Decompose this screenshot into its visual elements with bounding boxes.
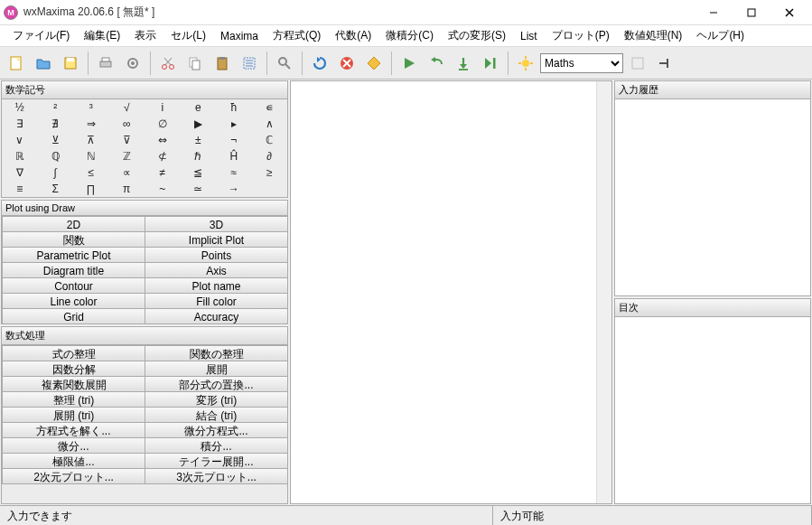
symbol-button[interactable]: ≠ — [145, 164, 181, 181]
menu-file[interactable]: ファイル(F) — [5, 25, 77, 46]
symbol-button[interactable]: ▸ — [216, 116, 252, 132]
symbol-button[interactable]: ⊻ — [38, 132, 74, 148]
paste-icon[interactable] — [210, 51, 235, 76]
menu-plot[interactable]: プロット(P) — [545, 25, 617, 46]
symbol-button[interactable]: ∞ — [109, 116, 145, 132]
panel-button[interactable]: Implicit Plot — [145, 231, 288, 248]
panel-button[interactable]: 積分... — [145, 437, 288, 454]
menu-edit[interactable]: 編集(E) — [77, 25, 127, 46]
menu-calculus[interactable]: 微積分(C) — [378, 25, 441, 46]
menu-numeric[interactable]: 数値処理(N) — [617, 25, 690, 46]
panel-button[interactable]: Points — [145, 247, 288, 263]
symbol-button[interactable]: ≥ — [252, 164, 288, 181]
symbol-button[interactable]: ≤ — [73, 164, 109, 181]
symbol-button[interactable]: ∧ — [252, 116, 288, 132]
symbol-button[interactable]: ³ — [73, 99, 109, 116]
symbol-button[interactable]: ⇒ — [73, 116, 109, 132]
symbol-button[interactable]: ≦ — [181, 164, 217, 181]
symbol-button[interactable]: ± — [181, 132, 217, 148]
symbol-button[interactable]: ⊽ — [109, 132, 145, 148]
panel-button[interactable]: 関数 — [2, 231, 145, 248]
symbol-button[interactable]: i — [145, 99, 181, 116]
symbol-button[interactable]: ℕ — [73, 148, 109, 164]
symbol-button[interactable]: ~ — [145, 181, 181, 197]
symbol-button[interactable]: ⊄ — [145, 148, 181, 164]
symbol-button[interactable]: ℚ — [38, 148, 74, 164]
history-body[interactable] — [615, 99, 810, 295]
menu-view[interactable]: 表示 — [127, 25, 163, 46]
panel-button[interactable]: Accuracy — [145, 308, 288, 324]
symbol-button[interactable]: ∫ — [38, 164, 74, 181]
menu-list[interactable]: List — [513, 27, 545, 45]
symbol-button[interactable]: ∂ — [252, 148, 288, 164]
run-icon[interactable] — [397, 51, 422, 76]
copy-icon[interactable] — [182, 51, 208, 76]
toggle-icon[interactable] — [652, 51, 677, 76]
panel-button[interactable]: 整理 (tri) — [2, 391, 145, 408]
symbol-button[interactable]: ∅ — [145, 116, 181, 132]
symbol-button[interactable]: ▶ — [181, 116, 217, 132]
toc-body[interactable] — [615, 317, 810, 503]
menu-maxima[interactable]: Maxima — [213, 27, 266, 45]
symbol-button[interactable]: √ — [109, 99, 145, 116]
symbol-button[interactable]: ¬ — [216, 132, 252, 148]
restart-icon[interactable] — [307, 51, 332, 76]
symbol-button[interactable]: ℤ — [109, 148, 145, 164]
stop-icon[interactable] — [334, 51, 359, 76]
menu-help[interactable]: ヘルプ(H) — [689, 25, 751, 46]
panel-button[interactable]: 2D — [2, 216, 145, 232]
symbol-button[interactable]: ½ — [2, 99, 38, 116]
panel-button[interactable]: Contour — [2, 277, 145, 294]
run-all-icon[interactable] — [451, 51, 476, 76]
symbol-button[interactable]: Ĥ — [216, 148, 252, 164]
symbol-button[interactable]: ∏ — [73, 181, 109, 197]
symbol-button[interactable]: Σ — [38, 181, 74, 197]
panel-button[interactable]: 因数分解 — [2, 361, 145, 377]
panel-button[interactable]: Plot name — [145, 277, 288, 294]
symbol-button[interactable]: ∄ — [38, 116, 74, 132]
symbol-button[interactable]: ħ — [216, 99, 252, 116]
find-icon[interactable] — [272, 51, 297, 76]
panel-button[interactable]: Parametric Plot — [2, 247, 145, 263]
symbol-button[interactable]: ∊ — [252, 99, 288, 116]
symbol-button[interactable]: ℂ — [252, 132, 288, 148]
symbol-button[interactable]: ∝ — [109, 164, 145, 181]
panel-button[interactable]: Axis — [145, 262, 288, 278]
panel-button[interactable]: 結合 (tri) — [145, 407, 288, 423]
new-file-icon[interactable] — [4, 51, 29, 76]
panel-button[interactable]: 関数の整理 — [145, 345, 288, 361]
panel-button[interactable]: Grid — [2, 308, 145, 324]
interrupt-icon[interactable] — [361, 51, 387, 76]
cell-style-select[interactable]: Maths — [540, 53, 623, 73]
cut-icon[interactable] — [155, 51, 181, 76]
symbol-button[interactable]: ∨ — [2, 132, 38, 148]
undo-icon[interactable] — [424, 51, 449, 76]
panel-button[interactable]: 微分方程式... — [145, 422, 288, 438]
panel-button[interactable]: Line color — [2, 293, 145, 309]
editor-content[interactable] — [291, 81, 596, 503]
eval-icon[interactable] — [625, 51, 650, 76]
symbol-button[interactable]: ⊼ — [73, 132, 109, 148]
symbol-button[interactable]: ⇔ — [145, 132, 181, 148]
symbol-button[interactable]: ≃ — [181, 181, 217, 197]
panel-button[interactable]: Diagram title — [2, 262, 145, 278]
menu-simplify[interactable]: 式の変形(S) — [441, 25, 513, 46]
menu-equation[interactable]: 方程式(Q) — [266, 25, 328, 46]
panel-button[interactable]: 展開 — [145, 361, 288, 377]
panel-button[interactable]: 式の整理 — [2, 345, 145, 361]
vertical-scrollbar[interactable] — [596, 81, 611, 503]
step-icon[interactable] — [478, 51, 503, 76]
symbol-button[interactable]: ℏ — [181, 148, 217, 164]
editor-area[interactable] — [290, 80, 612, 504]
symbol-button[interactable]: ≡ — [2, 181, 38, 197]
open-file-icon[interactable] — [31, 51, 56, 76]
maximize-button[interactable] — [733, 0, 770, 25]
minimize-button[interactable] — [695, 0, 733, 25]
panel-button[interactable]: 方程式を解く... — [2, 422, 145, 438]
symbol-button[interactable]: ℝ — [2, 148, 38, 164]
menu-cell[interactable]: セル(L) — [163, 25, 213, 46]
animate-icon[interactable] — [513, 51, 538, 76]
panel-button[interactable]: 極限値... — [2, 453, 145, 469]
panel-button[interactable]: 部分式の置換... — [145, 376, 288, 392]
print-icon[interactable] — [93, 51, 118, 76]
